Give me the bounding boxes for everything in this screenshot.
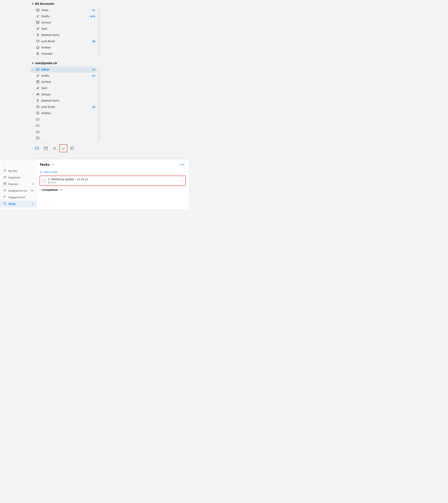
folder-item-archive-all[interactable]: Archive: [31, 19, 97, 26]
folder-item-outbox-all[interactable]: Outbox: [31, 44, 97, 50]
folder-item-deleted-all[interactable]: Deleted Items: [31, 32, 97, 38]
planned-label: Planned: [8, 183, 18, 185]
tasks-header: Tasks ··· ↕ Sort: [40, 161, 186, 169]
junk-icon: [36, 39, 40, 43]
svg-rect-25: [3, 183, 6, 185]
svg-line-23: [4, 171, 4, 172]
completed-count: 73: [59, 189, 62, 191]
people-nav-button[interactable]: [50, 144, 59, 152]
tasks-main: Tasks ··· ↕ Sort + Add a task 1. Marketi…: [37, 159, 189, 199]
folder-item-junk-all[interactable]: Junk Email 39: [31, 38, 97, 44]
svg-rect-5: [36, 68, 39, 71]
svg-point-15: [4, 170, 5, 171]
task-title-text: 1. Marketing Update - 13.10.21: [48, 178, 181, 181]
outbox-icon: [36, 46, 40, 49]
completed-label: Completed: [42, 188, 58, 191]
folder-item-inbox-all[interactable]: Inbox 41: [31, 7, 97, 13]
folder-item-drafts-noe[interactable]: Drafts 25: [31, 73, 97, 79]
folder-item-snoozed-all[interactable]: Snoozed: [31, 50, 97, 57]
folder3-star-icon[interactable]: ☆: [93, 130, 95, 133]
inbox-noe-icon: [36, 68, 40, 71]
flagged-email-icon: [3, 195, 7, 199]
snoozed-icon: [36, 52, 40, 56]
notes-nav-button[interactable]: [68, 144, 76, 152]
folder-item-folder3-noe[interactable]: ☆: [31, 129, 97, 135]
task-note-row: Note: [48, 181, 181, 184]
sidebar-item-planned[interactable]: Planned 4: [0, 181, 36, 187]
mail-nav-button[interactable]: [33, 144, 41, 152]
drafts-noe-icon: [36, 74, 40, 78]
calendar-nav-button[interactable]: [42, 144, 50, 152]
junk-all-label: Junk Email: [41, 40, 92, 43]
folder-panel-container: ▼ All Accounts Inbox 41 Drafts 672: [0, 0, 189, 154]
folder-list: ▼ All Accounts Inbox 41 Drafts 672: [31, 0, 97, 141]
folder-item-folder4-noe[interactable]: [31, 135, 97, 141]
groups-noe-chevron[interactable]: ›: [32, 93, 32, 96]
deleted-noe-chevron[interactable]: ›: [32, 99, 32, 102]
folder2-noe-icon: [36, 124, 40, 127]
bottom-nav-bar: [31, 143, 97, 154]
tasks-sidebar-icon: [3, 202, 7, 206]
assigned-count: 14: [31, 189, 33, 192]
all-accounts-header[interactable]: ▼ All Accounts: [31, 0, 97, 7]
folder1-noe-chevron[interactable]: ›: [32, 118, 32, 121]
svg-marker-24: [4, 176, 6, 178]
junk-noe-count: 20: [92, 106, 95, 108]
task-content: 1. Marketing Update - 13.10.21 Note: [48, 178, 181, 184]
folder-item-sent-all[interactable]: Sent: [31, 26, 97, 32]
sidebar-item-important[interactable]: Important: [0, 174, 36, 181]
sent-noe-label: Sent: [41, 87, 95, 90]
sidebar-item-flagged-email[interactable]: Flagged email: [0, 194, 36, 201]
folder-item-deleted-noe[interactable]: › Deleted Items: [31, 97, 97, 104]
back-button[interactable]: ‹: [0, 161, 36, 168]
note-icon: [48, 181, 50, 183]
planned-count: 4: [32, 183, 33, 185]
assigned-icon: [3, 189, 7, 193]
sidebar-item-assigned-to-me[interactable]: Assigned to me 14: [0, 187, 36, 194]
outbox-noe-icon: [36, 111, 40, 115]
task-item-marketing[interactable]: 1. Marketing Update - 13.10.21 Note ☆: [40, 176, 186, 186]
inbox-noe-chevron[interactable]: ›: [32, 68, 33, 71]
noe-account-header[interactable]: ▼ noe@grabx.ch: [31, 59, 97, 66]
svg-point-10: [38, 114, 38, 114]
task-star-icon[interactable]: ☆: [181, 179, 183, 182]
inbox-noe-count: 11: [92, 68, 95, 71]
folder-item-drafts-all[interactable]: Drafts 672: [31, 13, 97, 19]
add-task-row[interactable]: + Add a task: [40, 169, 186, 176]
task-completion-circle[interactable]: [42, 179, 46, 183]
folder-item-outbox-noe[interactable]: Outbox: [31, 110, 97, 116]
tasks-ellipsis-button[interactable]: ···: [52, 163, 55, 166]
svg-point-3: [38, 48, 38, 48]
archive-icon: [36, 21, 40, 24]
sidebar-item-tasks[interactable]: Tasks 1: [0, 201, 36, 207]
svg-point-9: [38, 106, 39, 107]
important-label: Important: [8, 176, 20, 179]
svg-rect-0: [36, 9, 39, 11]
folder-item-groups-noe[interactable]: › Groups: [31, 91, 97, 97]
folder3-noe-icon: [36, 130, 40, 134]
folder-item-inbox-noe[interactable]: › Inbox 11: [31, 66, 97, 73]
tasks-sidebar-label: Tasks: [8, 203, 16, 205]
tasks-nav-button[interactable]: [59, 144, 67, 152]
task-note-label: Note: [51, 181, 56, 184]
back-icon: ‹: [3, 162, 4, 165]
inbox-noe-label: Inbox: [41, 68, 92, 71]
svg-point-7: [37, 94, 38, 95]
folder-item-archive-noe[interactable]: Archive: [31, 79, 97, 85]
sent-icon: [36, 27, 40, 31]
sidebar-item-my-day[interactable]: My Day: [0, 168, 36, 174]
archive-noe-icon: [36, 80, 40, 84]
folder-item-sent-noe[interactable]: Sent: [31, 85, 97, 91]
folder-item-folder2-noe[interactable]: [31, 122, 97, 129]
svg-point-2: [38, 40, 39, 41]
groups-noe-icon: [36, 93, 40, 96]
svg-point-13: [54, 147, 55, 148]
drafts-noe-count: 25: [92, 74, 95, 77]
folder-item-junk-noe[interactable]: Junk Email 20: [31, 104, 97, 110]
completed-row[interactable]: › Completed 73: [40, 187, 186, 193]
sort-button[interactable]: ↕ Sort: [177, 162, 186, 167]
deleted-noe-icon: [36, 99, 40, 102]
sort-label: Sort: [180, 163, 184, 166]
folder-item-folder1-noe[interactable]: ›: [31, 116, 97, 122]
svg-rect-12: [44, 147, 48, 150]
